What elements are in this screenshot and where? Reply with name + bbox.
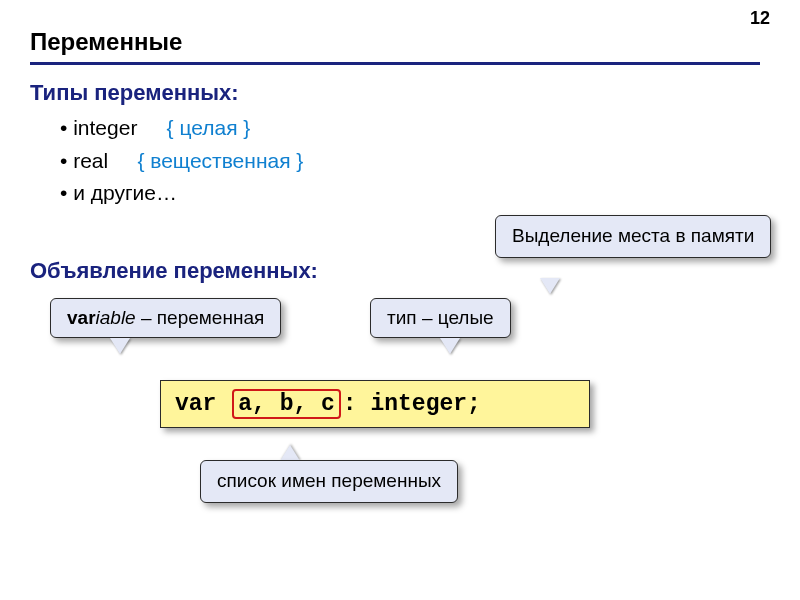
types-list: • integer { целая } • real { вещественна…: [60, 112, 303, 210]
callout-tail: [110, 338, 130, 354]
var-rest: – переменная: [136, 307, 265, 328]
slide-title: Переменные: [30, 28, 182, 56]
type-comment: { вещественная }: [137, 149, 303, 172]
types-heading: Типы переменных:: [30, 80, 239, 106]
list-item: • и другие…: [60, 177, 303, 210]
code-box: var a, b, c: integer;: [160, 380, 590, 428]
code-rest: : integer;: [343, 391, 481, 417]
type-comment: { целая }: [167, 116, 251, 139]
var-italic: iable: [96, 307, 136, 328]
type-name: и другие…: [73, 181, 177, 204]
callout-tail: [280, 445, 300, 461]
type-name: integer: [73, 116, 137, 139]
callout-memory: Выделение места в памяти: [495, 215, 771, 258]
callout-type: тип – целые: [370, 298, 511, 338]
callout-text: тип – целые: [387, 307, 494, 328]
type-name: real: [73, 149, 108, 172]
callout-tail: [440, 338, 460, 354]
code-keyword: var: [175, 391, 216, 417]
callout-variable: variable – переменная: [50, 298, 281, 338]
list-item: • real { вещественная }: [60, 145, 303, 178]
callout-tail: [540, 278, 560, 294]
code-varnames-highlight: a, b, c: [232, 389, 341, 419]
declaration-heading: Объявление переменных:: [30, 258, 318, 284]
title-rule: [30, 62, 760, 65]
callout-text: Выделение места в памяти: [512, 225, 754, 246]
page-number: 12: [750, 8, 770, 29]
list-item: • integer { целая }: [60, 112, 303, 145]
callout-names: список имен переменных: [200, 460, 458, 503]
var-bold: var: [67, 307, 96, 328]
callout-text: список имен переменных: [217, 470, 441, 491]
